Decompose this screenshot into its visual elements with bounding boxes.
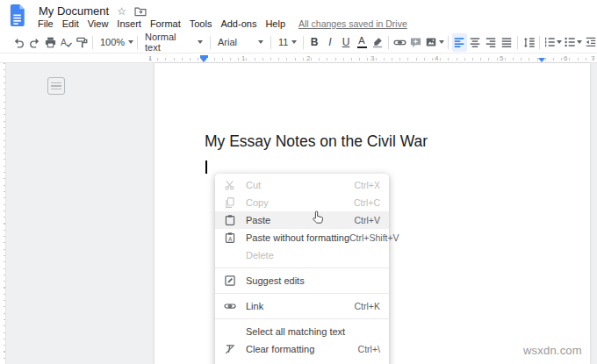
no-icon (224, 249, 236, 261)
font-family-select[interactable]: Arial (213, 33, 268, 52)
chevron-down-icon (198, 40, 203, 44)
copy-icon (224, 196, 236, 209)
print-icon (44, 36, 57, 49)
context-item-link[interactable]: Link Ctrl+K (215, 297, 389, 315)
bulleted-list-button[interactable] (564, 33, 583, 52)
undo-button[interactable] (11, 33, 26, 52)
horizontal-ruler[interactable]: 1 1 2 3 4 5 6 7 (0, 54, 597, 63)
menu-divider (215, 318, 389, 319)
insert-image-button[interactable] (424, 33, 445, 52)
toolbar-separator (539, 36, 540, 49)
bulleted-list-icon (564, 36, 576, 48)
print-button[interactable] (43, 33, 58, 52)
menu-insert[interactable]: Insert (117, 18, 141, 29)
add-comment-button[interactable] (408, 33, 423, 52)
align-center-button[interactable] (468, 33, 483, 52)
paragraph-style-select[interactable]: Normal text (140, 33, 207, 52)
right-indent-marker[interactable] (538, 58, 545, 62)
scissors-icon (224, 179, 236, 191)
context-menu: Cut Ctrl+X Copy Ctrl+C Paste Ctrl+V (215, 174, 389, 364)
align-right-button[interactable] (484, 33, 499, 52)
justify-icon (500, 36, 513, 48)
underline-button[interactable]: U (339, 33, 354, 52)
left-indent-marker[interactable] (200, 55, 208, 62)
star-icon[interactable]: ☆ (117, 6, 126, 17)
document-title[interactable]: My Document (39, 4, 109, 18)
context-item-clear-formatting[interactable]: Clear formatting Ctrl+\ (215, 340, 389, 358)
align-left-icon (453, 36, 465, 48)
highlight-color-icon (371, 36, 384, 48)
menu-addons[interactable]: Add-ons (220, 18, 256, 29)
context-item-delete[interactable]: Delete (215, 246, 389, 264)
line-spacing-icon (522, 36, 536, 49)
redo-button[interactable] (27, 33, 42, 52)
text-color-button[interactable]: A (355, 33, 370, 52)
toolbar-separator (137, 36, 138, 49)
insert-link-icon (393, 36, 406, 49)
ruler-number: 4 (435, 54, 438, 63)
menu-tools[interactable]: Tools (190, 18, 212, 29)
menu-edit[interactable]: Edit (62, 18, 79, 29)
insert-image-icon (425, 36, 437, 48)
align-left-button[interactable] (452, 33, 467, 52)
google-docs-window: My Document ☆ File Edit View Insert Form… (0, 0, 597, 364)
clipboard-paste-icon (224, 214, 236, 226)
menu-bar: File Edit View Insert Format Tools Add-o… (38, 18, 407, 29)
chevron-down-icon (291, 40, 297, 44)
context-item-paste-without-formatting[interactable]: A Paste without formatting Ctrl+Shift+V (215, 229, 389, 246)
move-to-folder-icon[interactable] (134, 6, 147, 17)
insert-link-button[interactable] (392, 33, 407, 52)
document-heading[interactable]: My Essay Notes on the Civil War (205, 132, 428, 151)
context-item-suggest-edits[interactable]: Suggest edits (215, 272, 389, 289)
ruler-number: 1 (241, 54, 245, 63)
toolbar-separator (270, 36, 271, 49)
google-docs-logo-icon[interactable] (8, 4, 26, 27)
menu-divider (215, 268, 389, 268)
align-right-icon (485, 36, 497, 48)
numbered-list-icon (543, 36, 556, 48)
vertical-ruler[interactable] (0, 63, 6, 364)
context-item-cut[interactable]: Cut Ctrl+X (215, 176, 389, 194)
toolbar-separator (92, 36, 93, 49)
link-icon (224, 300, 236, 312)
menu-file[interactable]: File (38, 18, 54, 29)
bold-button[interactable]: B (307, 33, 322, 52)
toolbar-separator (448, 36, 449, 49)
align-center-icon (469, 36, 481, 48)
spellcheck-button[interactable]: A (59, 33, 74, 52)
chevron-down-icon (577, 40, 582, 44)
chevron-down-icon (557, 40, 562, 44)
spellcheck-icon: A (60, 36, 73, 49)
highlight-color-button[interactable] (370, 33, 385, 52)
ruler-number: 3 (370, 54, 374, 63)
text-cursor (205, 161, 207, 174)
context-item-select-all-matching[interactable]: Select all matching text (215, 323, 389, 340)
italic-button[interactable]: I (323, 33, 338, 52)
toolbar-separator (210, 36, 211, 49)
menu-format[interactable]: Format (150, 18, 181, 29)
line-spacing-button[interactable] (521, 33, 536, 52)
toolbar-separator (303, 36, 304, 49)
toolbar-separator (517, 36, 518, 49)
menu-divider (215, 293, 389, 294)
menu-view[interactable]: View (88, 18, 109, 29)
ruler-number: 2 (306, 54, 310, 63)
paint-format-button[interactable] (75, 33, 90, 52)
show-outline-button[interactable] (47, 77, 65, 95)
decrease-indent-icon (585, 36, 597, 48)
font-size-select[interactable]: 11 (274, 33, 300, 52)
save-status-link[interactable]: All changes saved in Drive (298, 18, 407, 29)
justify-button[interactable] (500, 33, 514, 52)
clear-formatting-icon (224, 343, 236, 355)
hand-cursor-icon (311, 210, 325, 225)
context-item-paste[interactable]: Paste Ctrl+V (215, 211, 389, 229)
chevron-down-icon (128, 40, 133, 44)
watermark: wsxdn.com (523, 344, 582, 357)
svg-text:A: A (228, 236, 233, 242)
numbered-list-button[interactable] (543, 33, 563, 52)
suggest-edits-icon (224, 275, 236, 287)
zoom-select[interactable]: 100% (96, 33, 134, 52)
decrease-indent-button[interactable] (584, 33, 597, 52)
context-item-copy[interactable]: Copy Ctrl+C (215, 194, 389, 211)
menu-help[interactable]: Help (265, 18, 285, 29)
